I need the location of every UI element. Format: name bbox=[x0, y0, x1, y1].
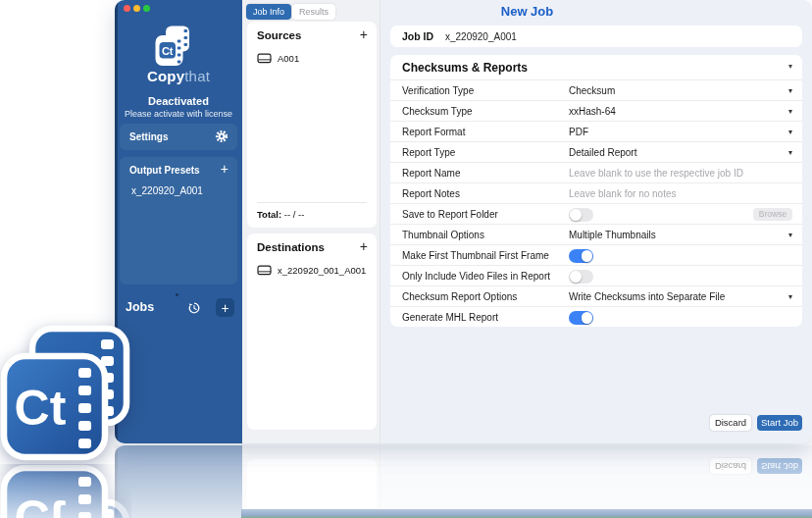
destinations-panel: Destinations + x_220920_001_A001 bbox=[247, 233, 377, 430]
checksum-type-select[interactable]: xxHash-64 bbox=[569, 106, 616, 117]
field-label: Report Format bbox=[402, 127, 465, 137]
toggle-knob bbox=[570, 209, 582, 221]
report-name-input[interactable]: Leave blank to use the respective job ID bbox=[569, 168, 743, 179]
thumbnail-options-select[interactable]: Multiple Thumbnails bbox=[569, 230, 656, 240]
gear-icon[interactable] bbox=[215, 130, 228, 143]
tab-bar: Job Info Results bbox=[246, 4, 335, 20]
job-form-area: Job ID x_220920_A001 Checksums & Reports… bbox=[381, 0, 812, 443]
close-window-button[interactable] bbox=[124, 5, 130, 12]
field-label: Thumbnail Options bbox=[402, 230, 484, 240]
form-row-make-first-thumbnail-first-frame: Make First Thumbnail First Frame bbox=[390, 244, 802, 265]
field-label: Report Type bbox=[402, 147, 455, 158]
checksum-report-options-select[interactable]: Write Checksums into Separate File bbox=[569, 291, 725, 302]
checksums-reports-card: Checksums & Reports ▾ Verification TypeC… bbox=[390, 55, 802, 327]
field-label: Generate MHL Report bbox=[402, 312, 498, 323]
start-job-button[interactable]: Start Job bbox=[757, 415, 802, 431]
preset-list: x_220920_A001 bbox=[120, 182, 237, 199]
license-status: Deactivated bbox=[115, 95, 242, 107]
sources-list: A001 bbox=[247, 49, 377, 68]
report-format-select[interactable]: PDF bbox=[569, 127, 588, 137]
form-row-only-include-video-files-in-report: Only Include Video Files in Report bbox=[390, 265, 802, 285]
total-label: Total: bbox=[257, 209, 281, 220]
field-label: Checksum Report Options bbox=[402, 291, 517, 302]
splitter-handle[interactable] bbox=[176, 293, 178, 296]
job-id-input[interactable]: x_220920_A001 bbox=[445, 31, 517, 42]
chevron-down-icon[interactable]: ▾ bbox=[788, 62, 792, 71]
chevron-down-icon[interactable]: ▾ bbox=[788, 128, 792, 136]
output-presets-panel: Output Presets + x_220920_A001 bbox=[120, 157, 237, 285]
scene: Ct Copythat Deactivated Please activate … bbox=[0, 0, 812, 518]
output-presets-title: Output Presets bbox=[129, 165, 200, 176]
add-job-button[interactable]: + bbox=[216, 298, 234, 317]
chevron-down-icon[interactable]: ▾ bbox=[788, 86, 792, 95]
sources-panel: Sources + A001 Total: -- / -- bbox=[247, 22, 377, 228]
form-row-report-name: Report NameLeave blank to use the respec… bbox=[390, 162, 802, 182]
form-row-report-type: Report TypeDetailed Report▾ bbox=[390, 141, 802, 162]
brand-copy: Copy bbox=[147, 68, 184, 84]
zoom-window-button[interactable] bbox=[143, 5, 150, 12]
chevron-down-icon[interactable]: ▾ bbox=[788, 148, 792, 157]
app-icon-ct-text: Ct bbox=[15, 381, 67, 436]
brand-wordmark: Copythat bbox=[115, 68, 242, 84]
sources-destinations-column: Job Info Results Sources + A001 Total: -… bbox=[242, 0, 381, 443]
generate-mhl-report-toggle[interactable] bbox=[569, 311, 593, 325]
add-destination-button[interactable]: + bbox=[360, 238, 368, 254]
total-value: -- / -- bbox=[281, 209, 304, 220]
form-row-report-notes: Report NotesLeave blank for no notes bbox=[390, 182, 802, 203]
discard-button[interactable]: Discard bbox=[710, 415, 751, 431]
form-row-checksum-type: Checksum TypexxHash-64▾ bbox=[390, 100, 802, 121]
field-label: Only Include Video Files in Report bbox=[402, 271, 550, 282]
destinations-list: x_220920_001_A001 bbox=[247, 261, 377, 280]
form-rows: Verification TypeChecksum▾Checksum Typex… bbox=[390, 79, 802, 327]
traffic-lights bbox=[124, 5, 150, 12]
chevron-down-icon[interactable]: ▾ bbox=[788, 107, 792, 116]
add-preset-button[interactable]: + bbox=[221, 162, 228, 176]
copythat-app-icon: Ct bbox=[0, 324, 131, 461]
browse-button[interactable]: Browse bbox=[753, 208, 792, 221]
form-row-checksum-report-options: Checksum Report OptionsWrite Checksums i… bbox=[390, 285, 802, 306]
field-label: Make First Thumbnail First Frame bbox=[402, 250, 549, 261]
only-include-video-files-in-report-toggle[interactable] bbox=[569, 270, 593, 284]
jobs-section: Jobs + bbox=[115, 298, 242, 318]
list-item[interactable]: A001 bbox=[247, 49, 377, 68]
make-first-thumbnail-first-frame-toggle[interactable] bbox=[569, 249, 593, 263]
add-source-button[interactable]: + bbox=[360, 26, 368, 42]
report-notes-input[interactable]: Leave blank for no notes bbox=[569, 188, 677, 199]
field-label: Verification Type bbox=[402, 85, 474, 96]
license-status-subtitle: Please activate with license bbox=[115, 109, 242, 119]
job-history-icon[interactable] bbox=[187, 301, 201, 315]
tab-results[interactable]: Results bbox=[292, 4, 335, 20]
sources-title: Sources bbox=[257, 29, 301, 41]
field-label: Report Name bbox=[402, 168, 460, 179]
chevron-down-icon[interactable]: ▾ bbox=[788, 231, 792, 239]
save-to-report-folder-toggle[interactable] bbox=[569, 208, 593, 222]
job-id-card: Job ID x_220920_A001 bbox=[390, 26, 802, 47]
destinations-title: Destinations bbox=[257, 241, 325, 253]
form-row-thumbnail-options: Thumbnail OptionsMultiple Thumbnails▾ bbox=[390, 224, 802, 244]
sidebar: Ct Copythat Deactivated Please activate … bbox=[115, 0, 242, 443]
tab-job-info[interactable]: Job Info bbox=[246, 4, 291, 20]
verification-type-select[interactable]: Checksum bbox=[569, 85, 615, 96]
list-item[interactable]: x_220920_A001 bbox=[120, 182, 237, 199]
report-type-select[interactable]: Detailed Report bbox=[569, 147, 636, 158]
section-header[interactable]: Checksums & Reports ▾ bbox=[390, 55, 802, 79]
toggle-knob bbox=[582, 312, 593, 324]
toggle-knob bbox=[582, 250, 593, 262]
form-row-verification-type: Verification TypeChecksum▾ bbox=[390, 79, 802, 100]
toggle-knob bbox=[570, 271, 582, 283]
settings-panel[interactable]: Settings bbox=[120, 124, 237, 150]
field-label: Report Notes bbox=[402, 188, 460, 199]
chevron-down-icon[interactable]: ▾ bbox=[788, 292, 792, 301]
drive-icon bbox=[257, 52, 272, 65]
item-label: x_220920_001_A001 bbox=[278, 265, 366, 276]
section-title: Checksums & Reports bbox=[402, 61, 528, 75]
form-row-report-format: Report FormatPDF▾ bbox=[390, 121, 802, 141]
list-item[interactable]: x_220920_001_A001 bbox=[247, 261, 377, 280]
jobs-title: Jobs bbox=[126, 300, 154, 314]
reflection-band bbox=[241, 509, 812, 518]
brand-that: that bbox=[184, 68, 210, 84]
job-id-label: Job ID bbox=[402, 30, 433, 42]
field-label: Checksum Type bbox=[402, 106, 473, 117]
minimize-window-button[interactable] bbox=[133, 5, 140, 12]
logo-ct-text: Ct bbox=[162, 45, 174, 57]
